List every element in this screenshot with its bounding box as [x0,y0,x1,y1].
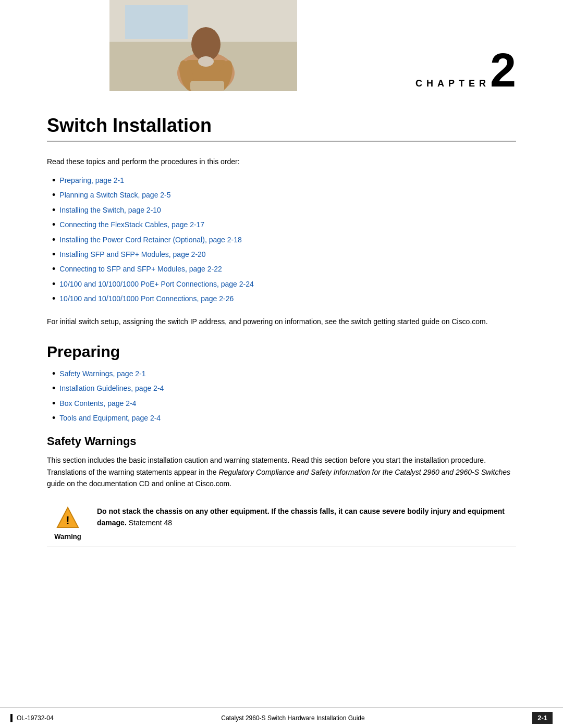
bullet-icon: • [52,189,55,201]
bullet-icon: • [52,219,55,231]
toc-link-poe[interactable]: 10/100 and 10/100/1000 PoE+ Port Connect… [59,278,253,290]
svg-rect-2 [125,5,188,39]
warning-icon-column: ! Warning [47,505,89,540]
prep-link-box[interactable]: Box Contents, page 2-4 [59,398,136,409]
chapter-text: CHAPTER [415,78,490,89]
bullet-icon: • [52,263,55,275]
footer-page-number: 2-1 [532,712,553,724]
svg-text:!: ! [66,514,69,527]
chapter-image [109,0,297,91]
chapter-header: CHAPTER 2 [0,0,563,104]
toc-link-port-connections[interactable]: 10/100 and 10/100/1000 Port Connections,… [59,293,234,304]
page-title: Switch Installation [47,115,516,137]
warning-label: Warning [54,533,81,540]
footer-center-text: Catalyst 2960-S Switch Hardware Installa… [221,714,364,722]
toc-link-installing[interactable]: Installing the Switch, page 2-10 [59,204,161,216]
prep-link-safety[interactable]: Safety Warnings, page 2-1 [59,368,145,379]
list-item: • Preparing, page 2-1 [52,175,516,187]
chapter-number: 2 [490,47,516,94]
toc-list: • Preparing, page 2-1 • Planning a Switc… [47,175,516,305]
list-item: • Planning a Switch Stack, page 2-5 [52,189,516,201]
list-item: • 10/100 and 10/100/1000 Port Connection… [52,293,516,305]
prep-link-guidelines[interactable]: Installation Guidelines, page 2-4 [59,382,164,394]
for-initial-text: For initial switch setup, assigning the … [47,316,516,327]
bullet-icon: • [52,278,55,290]
list-item: • Tools and Equipment, page 2-4 [52,412,516,424]
list-item: • Installing SFP and SFP+ Modules, page … [52,249,516,261]
list-item: • Connecting to SFP and SFP+ Modules, pa… [52,263,516,275]
footer-left: OL-19732-04 [10,714,54,722]
bullet-icon: • [52,398,55,410]
toc-link-sfp[interactable]: Installing SFP and SFP+ Modules, page 2-… [59,249,205,260]
warning-text: Do not stack the chassis on any other eq… [97,505,516,529]
warning-statement: Statement 48 [129,519,172,527]
svg-rect-9 [190,81,224,91]
preparing-heading: Preparing [47,343,516,361]
bullet-icon: • [52,368,55,380]
preparing-toc-list: • Safety Warnings, page 2-1 • Installati… [47,368,516,425]
bullet-icon: • [52,382,55,394]
list-item: • 10/100 and 10/100/1000 PoE+ Port Conne… [52,278,516,290]
bullet-icon: • [52,412,55,424]
toc-link-power-cord[interactable]: Installing the Power Cord Retainer (Opti… [59,234,241,245]
list-item: • Connecting the FlexStack Cables, page … [52,219,516,231]
page-footer: OL-19732-04 Catalyst 2960-S Switch Hardw… [0,707,563,728]
safety-intro-after-italic: guide on the documentation CD and online… [47,479,231,488]
toc-link-flexstack[interactable]: Connecting the FlexStack Cables, page 2-… [59,219,204,230]
warning-box: ! Warning Do not stack the chassis on an… [47,499,516,547]
safety-intro-italic: Regulatory Compliance and Safety Informa… [218,468,510,476]
bullet-icon: • [52,175,55,187]
toc-link-connecting-sfp[interactable]: Connecting to SFP and SFP+ Modules, page… [59,263,222,275]
warning-triangle-icon: ! [55,505,80,530]
safety-warnings-heading: Safety Warnings [47,435,516,448]
footer-doc-number: OL-19732-04 [17,714,54,722]
list-item: • Installing the Switch, page 2-10 [52,204,516,216]
list-item: • Safety Warnings, page 2-1 [52,368,516,380]
list-item: • Installation Guidelines, page 2-4 [52,382,516,394]
chapter-label: CHAPTER 2 [415,47,516,94]
footer-page-marker [10,714,13,722]
bullet-icon: • [52,293,55,305]
bullet-icon: • [52,204,55,216]
bullet-icon: • [52,249,55,261]
intro-text: Read these topics and perform the proced… [47,156,516,167]
safety-intro-text: This section includes the basic installa… [47,454,516,489]
toc-link-preparing[interactable]: Preparing, page 2-1 [59,175,124,186]
toc-link-planning[interactable]: Planning a Switch Stack, page 2-5 [59,189,170,201]
svg-point-6 [198,56,214,67]
prep-link-tools[interactable]: Tools and Equipment, page 2-4 [59,412,161,424]
title-divider [47,141,516,142]
list-item: • Installing the Power Cord Retainer (Op… [52,234,516,246]
main-content: Switch Installation Read these topics an… [0,104,563,707]
bullet-icon: • [52,234,55,246]
list-item: • Box Contents, page 2-4 [52,398,516,410]
